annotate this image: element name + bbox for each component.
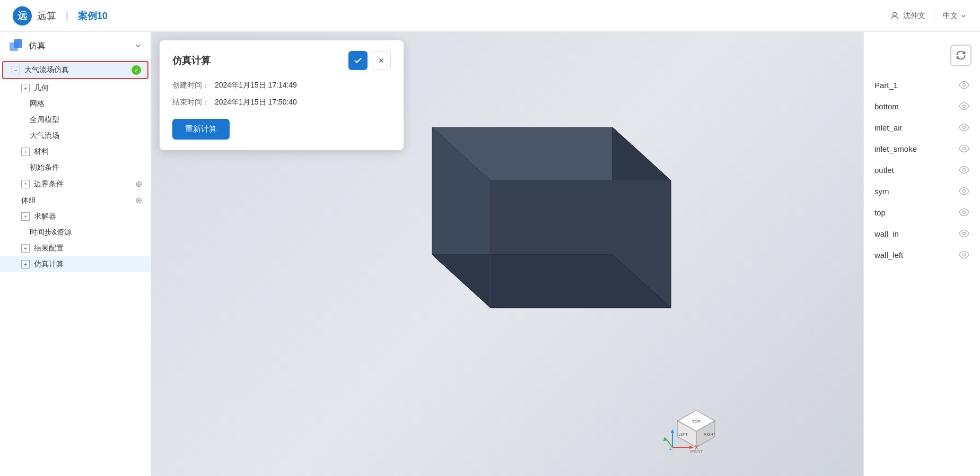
sidebar-item-mesh[interactable]: 网格 bbox=[0, 96, 151, 112]
svg-marker-28 bbox=[663, 437, 668, 441]
right-panel-top bbox=[864, 40, 980, 74]
sidebar-chevron-icon[interactable] bbox=[134, 41, 142, 50]
sidebar-item-timestep[interactable]: 时间步&资源 bbox=[0, 224, 151, 240]
sym-label: sym bbox=[874, 187, 889, 196]
content-area: 仿真计算 创建时间： bbox=[151, 32, 863, 476]
add-body-icon[interactable]: ⊕ bbox=[135, 195, 142, 205]
expand-boundary-icon[interactable]: + bbox=[21, 180, 30, 188]
mesh-label: 网格 bbox=[30, 99, 142, 109]
solver-label: 求解器 bbox=[34, 212, 142, 221]
sidebar-tree: − 大气流场仿真 ✓ + 几何 网格 全局模型 大气流场 bbox=[0, 61, 151, 272]
eye-icon-bottom[interactable] bbox=[959, 101, 969, 111]
svg-marker-25 bbox=[689, 446, 694, 449]
refresh-button[interactable] bbox=[950, 45, 972, 66]
close-button[interactable] bbox=[372, 51, 391, 70]
sidebar-item-atm-field[interactable]: 大气流场 bbox=[0, 128, 151, 144]
sidebar-item-geometry[interactable]: + 几何 bbox=[0, 80, 151, 96]
status-badge: ✓ bbox=[132, 65, 141, 75]
sidebar-item-body-group[interactable]: 体组 ⊕ bbox=[0, 192, 151, 209]
svg-point-30 bbox=[963, 105, 966, 108]
panel-item-wall-left[interactable]: wall_left bbox=[864, 244, 980, 265]
sidebar-item-initial-cond[interactable]: 初始条件 bbox=[0, 160, 151, 176]
project-name: 案例10 bbox=[78, 10, 108, 22]
sidebar-item-atm-sim[interactable]: − 大气流场仿真 ✓ bbox=[2, 61, 148, 79]
panel-item-part1[interactable]: Part_1 bbox=[864, 74, 980, 96]
bottom-label: bottom bbox=[874, 102, 899, 111]
sim-dialog-actions bbox=[348, 51, 391, 70]
sidebar-item-materials[interactable]: + 材料 bbox=[0, 144, 151, 160]
logo-area: 远 远算 | 案例10 bbox=[13, 6, 108, 25]
panel-item-sym[interactable]: sym bbox=[864, 180, 980, 202]
orientation-cube-svg: TOP LEFT RIGHT FRONT Z X bbox=[662, 400, 731, 458]
app-name: 远算 bbox=[37, 10, 56, 22]
eye-icon-wall-left[interactable] bbox=[959, 249, 969, 260]
created-value: 2024年1月15日 17:14:49 bbox=[215, 81, 297, 90]
outlet-label: outlet bbox=[874, 166, 894, 175]
inlet-air-label: inlet_air bbox=[874, 123, 903, 132]
panel-item-wall-in[interactable]: wall_in bbox=[864, 223, 980, 244]
svg-rect-4 bbox=[14, 39, 22, 48]
lang-selector[interactable]: 中文 bbox=[943, 11, 967, 21]
expand-geometry-icon[interactable]: + bbox=[21, 84, 30, 92]
refresh-icon bbox=[956, 50, 966, 60]
sidebar-item-solver[interactable]: + 求解器 bbox=[0, 209, 151, 224]
inlet-smoke-label: inlet_smoke bbox=[874, 144, 917, 153]
end-label: 结束时间： bbox=[172, 98, 215, 107]
top-label: top bbox=[874, 208, 886, 217]
panel-item-inlet-smoke[interactable]: inlet_smoke bbox=[864, 138, 980, 159]
panel-item-top[interactable]: top bbox=[864, 202, 980, 223]
panel-item-inlet-air[interactable]: inlet_air bbox=[864, 117, 980, 138]
svg-point-31 bbox=[963, 126, 966, 129]
right-panel: Part_1 bottom inlet_air bbox=[863, 32, 980, 476]
svg-marker-22 bbox=[671, 429, 674, 433]
body-group-label: 体组 bbox=[21, 196, 132, 205]
materials-label: 材料 bbox=[34, 147, 142, 157]
sidebar-item-result-config[interactable]: + 结果配置 bbox=[0, 240, 151, 256]
checkmark-icon bbox=[353, 56, 363, 65]
wall-in-label: wall_in bbox=[874, 229, 899, 238]
expand-sim-calc-icon[interactable]: + bbox=[21, 260, 30, 269]
sidebar-header: 仿真 bbox=[0, 32, 151, 60]
orientation-cube-area: TOP LEFT RIGHT FRONT Z X bbox=[662, 400, 731, 460]
sidebar-item-sim-calc[interactable]: + 仿真计算 bbox=[0, 256, 151, 272]
collapse-icon[interactable]: − bbox=[12, 66, 20, 74]
panel-item-bottom[interactable]: bottom bbox=[864, 96, 980, 117]
eye-icon-outlet[interactable] bbox=[959, 165, 969, 175]
eye-icon-wall-in[interactable] bbox=[959, 228, 969, 239]
sidebar-header-left: 仿真 bbox=[8, 38, 46, 53]
sim-dialog-title: 仿真计算 bbox=[172, 54, 211, 67]
svg-point-34 bbox=[963, 190, 966, 193]
initial-cond-label: 初始条件 bbox=[30, 163, 142, 172]
sim-dialog-header: 仿真计算 bbox=[172, 51, 391, 70]
logo-icon: 远 bbox=[13, 6, 32, 25]
recalc-button[interactable]: 重新计算 bbox=[172, 119, 230, 140]
eye-icon-top[interactable] bbox=[959, 207, 969, 218]
eye-icon-inlet-smoke[interactable] bbox=[959, 143, 969, 154]
svg-point-2 bbox=[893, 12, 897, 16]
close-icon bbox=[378, 57, 385, 64]
end-time-row: 结束时间： 2024年1月15日 17:50:40 bbox=[172, 98, 391, 107]
header-right: 沈仲文 中文 bbox=[889, 11, 967, 21]
expand-result-icon[interactable]: + bbox=[21, 244, 30, 253]
expand-materials-icon[interactable]: + bbox=[21, 148, 30, 156]
sidebar-item-global-model[interactable]: 全局模型 bbox=[0, 112, 151, 128]
panel-item-outlet[interactable]: outlet bbox=[864, 159, 980, 180]
result-config-label: 结果配置 bbox=[34, 244, 142, 253]
eye-icon-sym[interactable] bbox=[959, 186, 969, 196]
add-boundary-icon[interactable]: ⊕ bbox=[135, 179, 142, 189]
global-model-label: 全局模型 bbox=[30, 115, 142, 125]
timestep-label: 时间步&资源 bbox=[30, 228, 142, 237]
confirm-button[interactable] bbox=[348, 51, 368, 70]
eye-icon-inlet-air[interactable] bbox=[959, 122, 969, 133]
part1-label: Part_1 bbox=[874, 81, 898, 90]
created-label: 创建时间： bbox=[172, 81, 215, 90]
svg-text:X: X bbox=[695, 445, 698, 451]
header-separator: | bbox=[66, 10, 68, 21]
atm-field-label: 大气流场 bbox=[30, 131, 142, 141]
svg-point-36 bbox=[963, 232, 966, 235]
eye-icon-part1[interactable] bbox=[959, 80, 969, 90]
svg-point-33 bbox=[963, 169, 966, 171]
sidebar-item-boundary-cond[interactable]: + 边界条件 ⊕ bbox=[0, 176, 151, 192]
header: 远 远算 | 案例10 沈仲文 中文 bbox=[0, 0, 980, 32]
expand-solver-icon[interactable]: + bbox=[21, 212, 30, 221]
